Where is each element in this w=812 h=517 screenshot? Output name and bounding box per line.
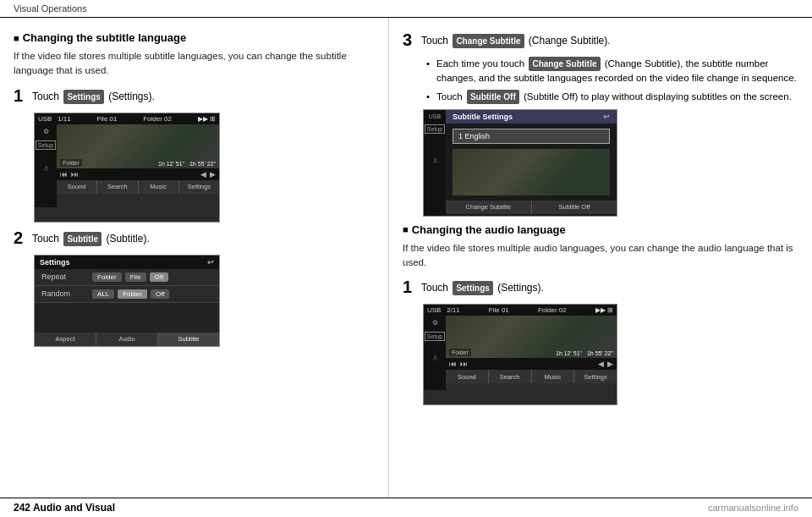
step1-text: Touch Settings (Settings). (32, 87, 155, 104)
screen1-folder-label: Folder (60, 159, 82, 167)
audio-tab-music[interactable]: Music (532, 370, 575, 383)
audio-screen-chevron: ∧ (432, 353, 438, 362)
audio-step1-suffix: (Settings). (497, 282, 544, 294)
audio-screen-topbar: USB 2/11 File 01 Folder 02 ▶▶ ⊞ (424, 305, 617, 316)
step2-suffix: (Subtitle). (106, 233, 149, 245)
screen1-right-arrow[interactable]: ▶ (210, 170, 216, 179)
audio-tab-sound[interactable]: Sound (446, 370, 489, 383)
step2-num: 2 (14, 229, 27, 246)
screen1-left-arrow[interactable]: ◀ (200, 170, 206, 179)
audio-step1-num: 1 (403, 278, 416, 295)
page: Visual Operations Changing the subtitle … (0, 0, 812, 517)
screen2-row-random: Random ALL Folder Off (35, 286, 219, 303)
step2-subtitle-btn[interactable]: Subtitle (63, 232, 102, 246)
screen2-random-opt2[interactable]: Folder (118, 289, 147, 299)
screen1-tab-music[interactable]: Music (139, 180, 179, 194)
screen1: USB 1/11 File 01 Folder 02 ▶▶ ⊞ ⚙ Setup … (34, 113, 220, 223)
screen2-repeat-label: Repeat (41, 272, 92, 281)
subtitle-titlebar: Subtitle Settings ↩ (446, 110, 617, 124)
screen2-tab-audio[interactable]: Audio (96, 333, 158, 346)
audio-screen-left-arrow[interactable]: ◀ (598, 360, 604, 368)
audio-screen-controls: ⏮ ⏭ ◀ ▶ (446, 358, 617, 370)
screen1-tabs: Sound Search Music Settings (57, 180, 219, 194)
top-label: Visual Operations (14, 3, 87, 14)
step3-bullets: • Each time you touch Change Subtitle (C… (426, 57, 798, 104)
screen1-tab-sound[interactable]: Sound (57, 180, 97, 194)
screen1-next-icon[interactable]: ⏭ (71, 170, 79, 179)
audio-screen-icon2: Setup (425, 332, 445, 341)
subtitle-screen-chevron: ∧ (432, 156, 438, 165)
step3-change-subtitle-btn[interactable]: Change Subtitle (453, 34, 524, 48)
subtitle-item-text: 1 English (458, 132, 490, 140)
screen2-tab-aspect[interactable]: Aspect (35, 333, 96, 346)
screen2-repeat-opt2[interactable]: File (125, 272, 146, 282)
screen1-tab-search[interactable]: Search (97, 180, 138, 194)
screen2-random-opt3[interactable]: Off (151, 289, 170, 299)
screen2-repeat-opt1[interactable]: Folder (92, 272, 122, 282)
left-step2: 2 Touch Subtitle (Subtitle). (14, 229, 375, 246)
screen1-tab-settings[interactable]: Settings (179, 180, 219, 194)
screen1-icon3: ∧ (43, 163, 49, 173)
screen1-video: Folder 1h 12' 51" 1h 55' 22" (57, 124, 219, 168)
audio-screen-file: File 01 (489, 306, 509, 314)
step3-content: Touch Change Subtitle (Change Subtitle). (421, 31, 611, 48)
bullet2-content: Touch Subtitle Off (Subtitle Off) to pla… (436, 90, 792, 104)
step3-touch-label: Touch (421, 35, 448, 47)
audio-tab-search[interactable]: Search (489, 370, 532, 383)
audio-screen-folder: Folder 02 (538, 306, 567, 314)
audio-step1-text: Touch Settings (Settings). (421, 278, 544, 295)
bullet1-dot: • (426, 57, 433, 86)
audio-screen-times: 1h 12' 51" 1h 55' 22" (556, 350, 613, 356)
bullet2-dot: • (426, 90, 433, 104)
left-step1: 1 Touch Settings (Settings). (14, 87, 375, 104)
screen1-file: File 01 (96, 115, 117, 123)
screen2-tab-subtitle[interactable]: Subtitle (158, 333, 219, 346)
top-bar: Visual Operations (0, 0, 812, 18)
subtitle-screen-left-panel: USB Setup ∧ (424, 110, 446, 216)
audio-screen-right-arrow[interactable]: ▶ (607, 360, 613, 368)
screen1-usb: USB 1/11 (38, 115, 71, 123)
audio-screen-prev[interactable]: ⏮ (449, 360, 457, 368)
screen2-row-repeat: Repeat Folder File Off (35, 269, 219, 286)
screen2-titlebar: Settings ↩ (35, 256, 219, 269)
audio-screen-icon1: ⚙ (432, 319, 438, 327)
audio-screen-usb: USB 2/11 (427, 306, 460, 314)
screen1-controls: ⏮ ⏭ ◀ ▶ (57, 168, 219, 180)
screen1-left-panel: ⚙ Setup ∧ (35, 124, 57, 207)
screen1-icon1: ⚙ (43, 128, 49, 135)
subtitle-selected-item[interactable]: 1 English (453, 129, 610, 144)
bottom-label: 242 Audio and Visual (14, 502, 115, 514)
audio-step1-touch-label: Touch (421, 282, 448, 294)
screen2-close[interactable]: ↩ (207, 258, 214, 267)
bullet2-btn[interactable]: Subtitle Off (467, 90, 519, 104)
step1-settings-btn[interactable]: Settings (63, 90, 103, 104)
bullet1-btn[interactable]: Change Subtitle (529, 57, 600, 71)
screen1-times: 1h 12' 51" 1h 55' 22" (158, 161, 216, 167)
screen1-icon2: Setup (36, 140, 56, 150)
step1-num: 1 (14, 87, 27, 104)
audio-step1-settings-btn[interactable]: Settings (453, 281, 492, 295)
screen2-bottom-tabs: Aspect Audio Subtitle (35, 333, 219, 346)
screen1-main: Folder 1h 12' 51" 1h 55' 22" ⏮ ⏭ ◀ ▶ (57, 124, 219, 207)
screen1-prev-icon[interactable]: ⏮ (60, 170, 68, 179)
subtitle-settings-screen: USB Setup ∧ Subtitle Settings ↩ 1 Englis… (423, 109, 617, 217)
screen2: Settings ↩ Repeat Folder File Off Random… (34, 255, 220, 347)
step1-touch-label: Touch (32, 91, 59, 102)
subtitle-video-preview (453, 149, 610, 195)
audio-screen-next[interactable]: ⏭ (460, 360, 468, 368)
subtitle-close[interactable]: ↩ (603, 113, 610, 121)
right-column: 3 Touch Change Subtitle (Change Subtitle… (389, 18, 812, 498)
screen2-repeat-opt3[interactable]: Off (150, 272, 169, 282)
audio-screen: USB 2/11 File 01 Folder 02 ▶▶ ⊞ ⚙ Setup … (423, 304, 617, 405)
step2-text: Touch Subtitle (Subtitle). (32, 229, 150, 246)
subtitle-title: Subtitle Settings (453, 113, 513, 121)
screen2-random-label: Random (41, 289, 92, 298)
screen2-random-opt1[interactable]: ALL (92, 289, 114, 299)
audio-section-title: Changing the audio language (403, 223, 798, 236)
subtitle-screen-usb: USB (429, 113, 441, 119)
step2-touch-label: Touch (32, 233, 59, 245)
subtitle-tab-off[interactable]: Subtitle Off (532, 201, 617, 214)
audio-tab-settings[interactable]: Settings (574, 370, 617, 383)
bullet2-before: Touch (436, 91, 463, 102)
subtitle-tab-change[interactable]: Change Subtitle (446, 201, 532, 214)
